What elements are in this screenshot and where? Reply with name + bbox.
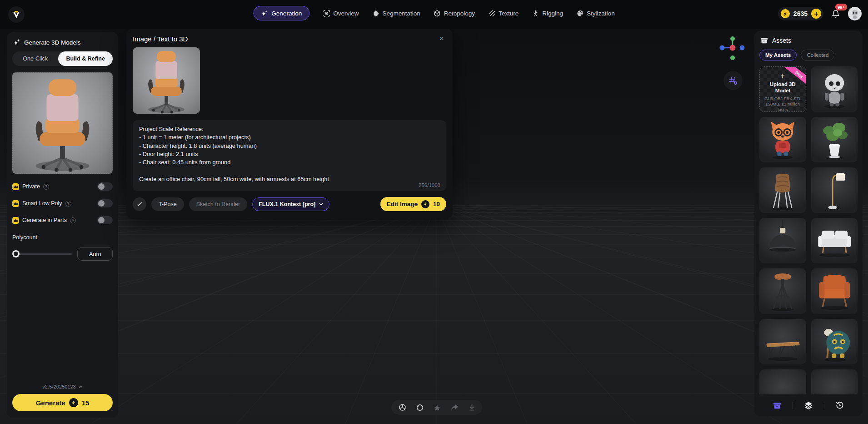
favorite-star-icon <box>434 404 441 411</box>
axis-y-positive <box>730 36 735 41</box>
topbar-right: 2635 + 99+ <box>778 7 862 20</box>
download-button[interactable] <box>469 404 475 411</box>
generate-button[interactable]: Generate 15 <box>12 394 113 411</box>
floor-lamp-image <box>811 167 858 213</box>
polycount-slider[interactable] <box>12 250 72 257</box>
t-pose-button[interactable]: T-Pose <box>151 197 184 211</box>
polycount-row: Auto <box>12 247 113 261</box>
user-avatar[interactable] <box>848 7 862 20</box>
premium-crown-icon <box>12 183 19 190</box>
option-row-generate-in-parts: Generate in Parts ? <box>12 216 113 224</box>
enhance-prompt-button[interactable] <box>133 197 146 211</box>
add-credits-button[interactable]: + <box>811 9 821 19</box>
slider-knob[interactable] <box>12 250 20 257</box>
premium-crown-icon <box>12 217 19 224</box>
assets-title: Assets <box>772 37 791 44</box>
asset-wooden-chair[interactable] <box>759 167 806 213</box>
history-button[interactable] <box>835 400 845 410</box>
share-button[interactable] <box>451 404 459 411</box>
avatar-robot-icon <box>849 8 860 19</box>
favorite-star-button[interactable] <box>434 404 441 411</box>
asset-fox-character[interactable] <box>759 117 806 162</box>
upload-card-subtitle: GLB,OBJ,FBX,STL, ≤50MB, ≤1 million faces <box>764 96 801 112</box>
generate-in-parts-toggle[interactable] <box>97 216 113 224</box>
grid-axis-icon <box>729 76 738 85</box>
help-icon[interactable]: ? <box>43 184 49 190</box>
robot-figure-image <box>811 66 858 112</box>
axis-x-positive <box>740 45 745 50</box>
asset-robot-figure[interactable] <box>811 66 858 112</box>
nav-tab-segmentation[interactable]: Segmentation <box>372 10 420 17</box>
assets-panel: Assets My Assets Collected + Upload 3D M… <box>754 30 863 416</box>
mode-segmented-control: One-Click Build & Refine <box>12 51 113 66</box>
view-assets-button[interactable] <box>772 400 782 410</box>
tab-my-assets[interactable]: My Assets <box>759 50 797 61</box>
toggle-knob <box>98 200 105 207</box>
asset-grid-scroll[interactable]: + Upload 3D Model GLB,OBJ,FBX,STL, ≤50MB… <box>759 66 858 394</box>
asset-potted-plant[interactable] <box>811 117 858 162</box>
axis-gizmo[interactable] <box>719 34 748 63</box>
auto-button[interactable]: Auto <box>77 247 113 261</box>
asset-partial-row-left[interactable] <box>759 369 806 394</box>
divider <box>793 402 793 409</box>
asset-pendant-lamp[interactable] <box>759 218 806 263</box>
grid-toggle-button[interactable] <box>723 71 743 90</box>
asset-white-sofa[interactable] <box>811 218 858 263</box>
palette-icon <box>577 10 584 17</box>
modal-title: Image / Text to 3D <box>133 35 446 43</box>
help-icon[interactable]: ? <box>65 201 71 207</box>
nav-tab-texture[interactable]: Texture <box>489 10 519 17</box>
prompt-textarea[interactable]: Project Scale Reference: - 1 unit = 1 me… <box>133 120 446 191</box>
environment-icon <box>416 404 424 411</box>
generate-cost: 15 <box>82 399 90 407</box>
download-icon <box>469 404 475 411</box>
upload-3d-model-card[interactable]: + Upload 3D Model GLB,OBJ,FBX,STL, ≤50MB… <box>759 66 806 112</box>
credits-pill[interactable]: 2635 + <box>778 7 823 20</box>
upload-card-title: Upload 3D Model <box>765 81 800 94</box>
asset-bar-stool[interactable] <box>759 268 806 314</box>
asset-mask-creature[interactable] <box>811 319 858 364</box>
environment-button[interactable] <box>416 404 424 411</box>
edit-image-button[interactable]: Edit Image 10 <box>380 197 446 211</box>
office-chair-image <box>133 47 200 114</box>
sketch-to-render-button[interactable]: Sketch to Render <box>189 197 248 211</box>
nav-label: Segmentation <box>382 10 420 17</box>
history-icon <box>836 401 844 409</box>
tab-one-click[interactable]: One-Click <box>12 51 58 66</box>
help-icon[interactable]: ? <box>70 217 76 223</box>
close-icon[interactable]: × <box>437 34 446 43</box>
asset-floor-lamp[interactable] <box>811 167 858 213</box>
nav-tab-stylization[interactable]: Stylization <box>577 10 615 17</box>
tab-collected[interactable]: Collected <box>801 50 834 61</box>
asset-coffee-table[interactable] <box>759 319 806 364</box>
version-selector[interactable]: v2.5-20250123 <box>12 384 113 389</box>
nav-label: Stylization <box>587 10 615 17</box>
model-select-dropdown[interactable]: FLUX.1 Kontext [pro] <box>252 197 329 211</box>
reference-image-thumbnail[interactable] <box>12 72 113 174</box>
asset-leather-armchair[interactable] <box>811 268 858 314</box>
assets-footer-toolbar <box>759 394 858 416</box>
asset-partial-row-right[interactable] <box>811 369 858 394</box>
main-nav: Generation Overview Segmentation Retopol… <box>253 6 614 20</box>
tripo-logo-icon <box>11 10 21 20</box>
ground-grid-button[interactable] <box>399 404 406 411</box>
view-layers-button[interactable] <box>803 400 813 410</box>
panel-title: Generate 3D Models <box>24 39 81 46</box>
smart-low-poly-toggle[interactable] <box>97 199 113 207</box>
modal-actions-row: T-Pose Sketch to Render FLUX.1 Kontext [… <box>133 197 446 211</box>
nav-tab-retopology[interactable]: Retopology <box>434 10 475 17</box>
nav-tab-rigging[interactable]: Rigging <box>532 10 563 17</box>
office-chair-image <box>13 73 112 173</box>
app-logo[interactable] <box>8 6 25 23</box>
tab-build-refine[interactable]: Build & Refine <box>58 51 113 66</box>
notifications-button[interactable]: 99+ <box>830 8 842 20</box>
figure-icon <box>532 10 539 17</box>
edit-image-cost: 10 <box>433 201 440 207</box>
uploaded-image-thumbnail[interactable] <box>133 47 200 114</box>
private-toggle[interactable] <box>97 182 113 191</box>
nav-tab-generation[interactable]: Generation <box>253 6 309 20</box>
premium-crown-icon <box>12 200 19 207</box>
archive-box-icon <box>773 402 781 409</box>
nav-tab-overview[interactable]: Overview <box>323 10 359 17</box>
image-text-to-3d-modal: Image / Text to 3D × <box>126 29 453 219</box>
